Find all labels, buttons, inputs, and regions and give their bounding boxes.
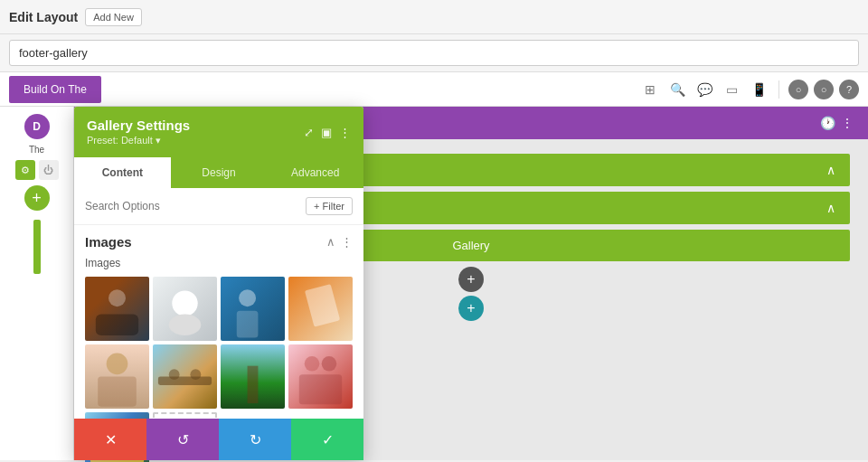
save-button[interactable]: ✓ — [291, 419, 363, 460]
search-icon[interactable]: 🔍 — [666, 79, 688, 100]
images-more-icon[interactable]: ⋮ — [341, 235, 353, 249]
image-item[interactable] — [221, 344, 285, 409]
sidebar-label: The — [29, 145, 44, 155]
svg-rect-5 — [237, 311, 259, 338]
image-item[interactable] — [288, 277, 353, 341]
panel-actions: ✕ ↺ ↻ ✓ — [74, 419, 363, 460]
url-bar — [0, 34, 868, 72]
svg-rect-15 — [299, 374, 342, 404]
svg-rect-12 — [248, 366, 259, 403]
panel-tabs: Content Design Advanced — [74, 157, 363, 188]
tab-content[interactable]: Content — [74, 157, 171, 188]
nav-circle-1[interactable]: ○ — [788, 80, 808, 99]
url-input[interactable] — [9, 40, 859, 66]
power-icon[interactable]: ⏻ — [39, 160, 59, 180]
search-options-input[interactable] — [85, 200, 298, 212]
page-title: Edit Layout — [9, 10, 78, 24]
sidebar-tool-icons: ⚙ ⏻ — [15, 160, 59, 180]
svg-point-2 — [172, 290, 197, 316]
image-item[interactable] — [85, 344, 149, 409]
collapse-icon[interactable]: ∧ — [326, 235, 335, 249]
gallery-label: Gallery — [452, 239, 489, 252]
add-module-button[interactable]: + — [458, 267, 484, 292]
image-item[interactable] — [85, 277, 149, 341]
svg-point-0 — [108, 289, 126, 306]
nav-bar: Build On The ⊞ 🔍 💬 ▭ 📱 ○ ○ ? — [0, 72, 868, 107]
add-new-button[interactable]: Add New — [85, 8, 142, 26]
image-item[interactable] — [153, 277, 217, 341]
build-on-tab[interactable]: Build On The — [9, 76, 101, 103]
divi-badge[interactable]: D — [24, 114, 50, 139]
history-icon[interactable]: 🕐 — [820, 116, 835, 130]
row-chevron-up[interactable]: ∧ — [826, 201, 835, 215]
tablet-icon[interactable]: ▭ — [721, 79, 742, 100]
svg-point-7 — [107, 353, 128, 374]
panel-header: Gallery Settings Preset: Default ▾ ⤢ ▣ ⋮ — [74, 107, 363, 157]
more-icon[interactable]: ⋮ — [841, 116, 854, 130]
sidebar: D The ⚙ ⏻ + — [0, 107, 74, 460]
redo-button[interactable]: ↻ — [219, 419, 291, 460]
svg-rect-9 — [158, 377, 212, 385]
gear-icon[interactable]: ⚙ — [15, 160, 35, 180]
panel-header-icons: ⤢ ▣ ⋮ — [304, 126, 351, 139]
svg-rect-1 — [96, 314, 138, 335]
image-item[interactable] — [153, 344, 217, 409]
gallery-settings-panel: Gallery Settings Preset: Default ▾ ⤢ ▣ ⋮… — [74, 107, 363, 460]
images-section-header: Images ∧ ⋮ — [85, 234, 353, 250]
panel-search-bar: + Filter — [74, 188, 363, 225]
top-bar: Edit Layout Add New — [0, 0, 868, 34]
panel-preset[interactable]: Preset: Default ▾ — [87, 135, 190, 146]
phone-icon[interactable]: 📱 — [748, 79, 769, 100]
images-section-title: Images — [85, 234, 132, 250]
tab-design[interactable]: Design — [171, 157, 268, 188]
tab-advanced[interactable]: Advanced — [267, 157, 363, 188]
section-bar-icons: ∧ — [826, 163, 835, 177]
svg-point-10 — [169, 369, 180, 380]
image-item[interactable] — [288, 344, 353, 409]
canvas-header-actions: 🕐 ⋮ — [820, 116, 854, 130]
undo-button[interactable]: ↺ — [146, 419, 219, 460]
help-icon[interactable]: ? — [839, 80, 859, 99]
panel-title: Gallery Settings — [87, 118, 190, 133]
grid-icon[interactable]: ⊞ — [639, 79, 661, 100]
cancel-button[interactable]: ✕ — [74, 419, 146, 460]
panel-more-icon[interactable]: ⋮ — [339, 126, 351, 139]
divi-logo[interactable]: D — [24, 114, 50, 139]
svg-point-13 — [305, 356, 320, 372]
divider — [778, 80, 779, 99]
svg-rect-6 — [305, 284, 340, 327]
chat-icon[interactable]: 💬 — [693, 79, 715, 100]
main-content: D The ⚙ ⏻ + 🕐 ⋮ Section ∧ — [0, 107, 868, 460]
images-header-icons: ∧ ⋮ — [326, 235, 353, 249]
panel-expand-icon[interactable]: ⤢ — [304, 126, 314, 139]
panel-title-group: Gallery Settings Preset: Default ▾ — [87, 118, 190, 146]
images-label: Images — [85, 257, 353, 269]
row-bar-icons: ∧ — [826, 201, 835, 215]
filter-button[interactable]: + Filter — [306, 197, 353, 215]
add-section-button[interactable]: + — [24, 185, 50, 211]
nav-circle-2[interactable]: ○ — [814, 80, 834, 99]
svg-rect-8 — [98, 377, 137, 407]
svg-point-11 — [190, 369, 201, 380]
svg-point-3 — [169, 314, 202, 335]
image-item[interactable] — [221, 277, 285, 341]
green-indicator — [33, 220, 41, 274]
nav-icons: ⊞ 🔍 💬 ▭ 📱 ○ ○ ? — [639, 79, 859, 100]
section-chevron-up[interactable]: ∧ — [826, 163, 835, 177]
svg-point-4 — [239, 289, 256, 306]
svg-point-14 — [322, 356, 337, 372]
panel-split-icon[interactable]: ▣ — [321, 126, 332, 139]
add-row-button[interactable]: + — [458, 296, 484, 321]
